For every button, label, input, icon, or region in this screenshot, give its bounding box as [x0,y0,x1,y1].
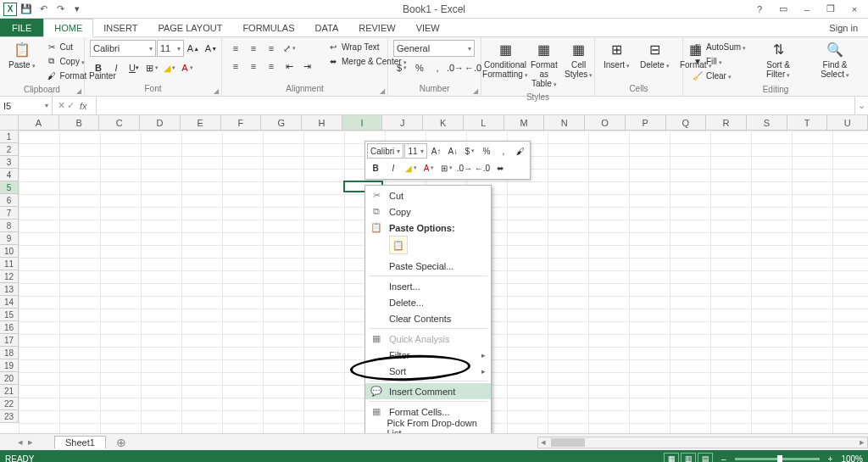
sign-in-link[interactable]: Sign in [829,19,868,36]
number-format-combo[interactable]: General▾ [393,40,475,57]
sheet-tab-1[interactable]: Sheet1 [54,436,106,448]
tab-home[interactable]: HOME [43,19,93,37]
mini-borders[interactable]: ⊞ [438,160,455,175]
comma-format[interactable]: , [429,59,446,76]
delete-cells-button[interactable]: ⊟Delete [637,40,673,71]
horizontal-scrollbar[interactable]: ◂▸ [537,437,868,448]
row-header-20[interactable]: 20 [0,372,19,385]
row-header-5[interactable]: 5 [0,181,19,194]
col-header-G[interactable]: G [261,115,302,131]
view-normal[interactable]: ▦ [664,453,679,462]
mini-increase-font[interactable]: A↑ [428,143,444,159]
expand-formula-bar[interactable]: ⌄ [854,97,868,114]
col-header-I[interactable]: I [342,115,383,131]
mini-italic[interactable]: I [385,160,402,175]
alignment-dialog-launcher[interactable]: ◢ [380,87,385,95]
mini-font-combo[interactable]: Calibri▾ [367,143,403,159]
tab-file[interactable]: FILE [0,19,43,36]
ctx-filter[interactable]: Filter▸ [365,347,491,363]
row-header-17[interactable]: 17 [0,334,19,347]
row-header-16[interactable]: 16 [0,321,19,334]
col-header-S[interactable]: S [747,115,787,131]
row-header-4[interactable]: 4 [0,169,19,181]
mini-bold[interactable]: B [367,160,384,175]
row-header-3[interactable]: 3 [0,156,19,169]
zoom-slider[interactable] [735,458,820,460]
row-header-11[interactable]: 11 [0,258,19,270]
col-header-E[interactable]: E [181,115,221,131]
col-header-J[interactable]: J [382,115,423,131]
number-dialog-launcher[interactable]: ◢ [473,87,478,95]
col-header-M[interactable]: M [504,115,545,131]
sort-filter-button[interactable]: ⇅Sort & Filter [753,40,804,81]
italic-button[interactable]: I [108,59,125,76]
format-as-table-button[interactable]: ▦Format as Table [527,40,561,90]
autosum-button[interactable]: ∑AutoSum [688,40,749,53]
paste-button[interactable]: 📋 Paste [5,40,39,71]
col-header-K[interactable]: K [423,115,464,131]
mini-increase-decimal[interactable]: .0→ [456,160,473,175]
fill-button[interactable]: ▼Fill [688,54,749,68]
insert-function-icon[interactable]: fx [76,101,91,111]
align-center[interactable]: ≡ [245,58,262,75]
ctx-clear-contents[interactable]: Clear Contents [365,310,491,326]
borders-button[interactable]: ⊞ [143,59,160,76]
mini-format-painter[interactable]: 🖌 [512,143,528,159]
row-header-10[interactable]: 10 [0,245,19,258]
mini-decrease-decimal[interactable]: ←.0 [474,160,491,175]
ctx-pick-dropdown[interactable]: Pick From Drop-down List... [365,420,491,433]
col-header-Q[interactable]: Q [666,115,707,131]
tab-view[interactable]: VIEW [406,19,450,36]
col-header-B[interactable]: B [59,115,100,131]
zoom-out[interactable]: – [721,454,726,463]
insert-cells-button[interactable]: ⊞Insert [600,40,633,71]
minimize-button[interactable]: – [798,2,815,17]
qat-save[interactable]: 💾 [19,2,34,17]
ctx-insert-comment[interactable]: 💬Insert Comment [365,383,491,399]
align-middle[interactable]: ≡ [245,40,262,57]
hscroll-right[interactable]: ▸ [857,437,867,448]
decrease-indent[interactable]: ⇤ [281,58,298,75]
decrease-decimal[interactable]: ←.0 [465,59,481,76]
mini-font-color[interactable]: A [420,160,437,175]
ctx-sort[interactable]: Sort▸ [365,363,491,379]
find-select-button[interactable]: 🔍Find & Select [807,40,863,81]
bold-button[interactable]: B [90,59,107,76]
hscroll-left[interactable]: ◂ [538,437,548,448]
row-header-1[interactable]: 1 [0,131,19,143]
ctx-delete[interactable]: Delete... [365,294,491,310]
zoom-level[interactable]: 100% [841,454,863,463]
clear-button[interactable]: 🧹Clear [688,69,749,82]
view-page-layout[interactable]: ▥ [681,453,696,462]
row-header-6[interactable]: 6 [0,194,19,207]
col-header-P[interactable]: P [626,115,666,131]
font-name-combo[interactable]: Calibri▾ [90,40,156,57]
ctx-cut[interactable]: ✂Cut [365,187,491,203]
increase-decimal[interactable]: .0→ [447,59,464,76]
mini-size-combo[interactable]: 11▾ [404,143,427,159]
ribbon-display-options[interactable]: ▭ [775,2,792,17]
mini-decrease-font[interactable]: A↓ [445,143,461,159]
accounting-format[interactable]: $ [393,59,410,76]
enter-formula-icon[interactable]: ✓ [67,100,75,111]
font-color-button[interactable]: A [179,59,196,76]
qat-undo[interactable]: ↶ [36,2,51,17]
row-header-18[interactable]: 18 [0,347,19,359]
formula-bar[interactable] [97,97,854,114]
row-header-21[interactable]: 21 [0,385,19,398]
align-left[interactable]: ≡ [227,58,244,75]
mini-percent[interactable]: % [479,143,495,159]
select-all-triangle[interactable] [0,115,19,131]
row-header-14[interactable]: 14 [0,296,19,309]
row-header-7[interactable]: 7 [0,207,19,220]
tab-formulas[interactable]: FORMULAS [232,19,304,36]
zoom-in[interactable]: + [828,454,833,463]
tab-data[interactable]: DATA [305,19,349,36]
sheet-nav-prev[interactable]: ◂ [18,437,23,448]
row-header-12[interactable]: 12 [0,270,19,283]
decrease-font-size[interactable]: A▼ [203,40,220,57]
align-top[interactable]: ≡ [227,40,244,57]
align-right[interactable]: ≡ [263,58,280,75]
underline-button[interactable]: U▾ [125,59,142,76]
row-header-19[interactable]: 19 [0,359,19,372]
